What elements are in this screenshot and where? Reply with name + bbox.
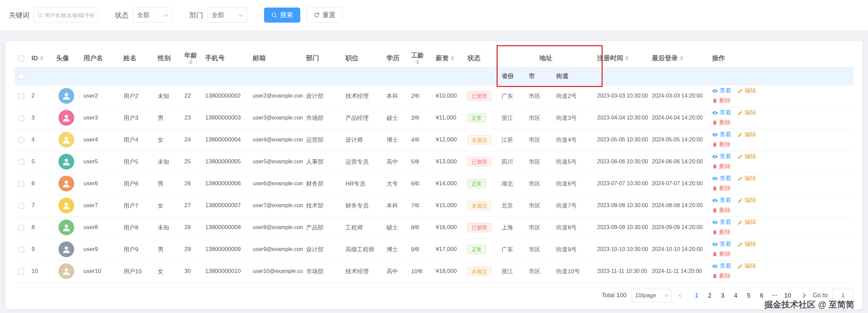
col-last-login[interactable]: 最后登录 <box>648 49 709 67</box>
cell-age: 26 <box>181 173 202 195</box>
row-checkbox[interactable] <box>18 115 24 121</box>
prev-page-button[interactable] <box>676 294 685 297</box>
trash-icon <box>712 273 718 279</box>
row-checkbox[interactable] <box>18 225 24 231</box>
delete-button[interactable]: 删除 <box>712 96 731 106</box>
col-gender: 性别 <box>154 49 181 67</box>
row-checkbox[interactable] <box>18 247 24 253</box>
delete-button[interactable]: 删除 <box>712 184 731 193</box>
col-work-years[interactable]: 工龄 <box>408 49 432 67</box>
view-button[interactable]: 查看 <box>712 217 731 227</box>
view-button[interactable]: 查看 <box>712 261 731 271</box>
edit-button[interactable]: 编辑 <box>737 152 756 162</box>
edit-button[interactable]: 编辑 <box>737 239 756 249</box>
page-size-select[interactable]: 10/page <box>631 289 672 302</box>
delete-button[interactable]: 删除 <box>712 205 731 215</box>
delete-button[interactable]: 删除 <box>712 140 731 150</box>
edit-button[interactable]: 编辑 <box>737 196 756 205</box>
cell-username: user2 <box>80 85 120 107</box>
edit-button[interactable]: 编辑 <box>737 217 756 227</box>
sort-carets-icon[interactable] <box>680 56 683 61</box>
pager-page-3[interactable]: 3 <box>716 289 729 302</box>
cell-position: 技术经理 <box>342 85 383 107</box>
reset-button[interactable]: 重置 <box>306 8 343 23</box>
sort-carets-icon[interactable] <box>189 60 193 64</box>
cell-email: user6@example.com <box>249 173 303 195</box>
search-input[interactable] <box>45 12 94 18</box>
department-select[interactable]: 全部 <box>207 8 247 23</box>
row-checkbox[interactable] <box>18 203 24 209</box>
delete-button[interactable]: 删除 <box>712 118 731 128</box>
next-page-button[interactable] <box>799 294 808 297</box>
cell-street: 街道7号 <box>553 195 594 216</box>
delete-button[interactable]: 删除 <box>712 227 731 237</box>
sort-carets-icon[interactable] <box>40 56 43 61</box>
col-salary[interactable]: 薪资 <box>432 49 464 67</box>
person-icon <box>61 113 71 123</box>
edit-button[interactable]: 编辑 <box>737 108 756 118</box>
cell-education: 大专 <box>383 173 408 195</box>
person-icon <box>61 222 71 233</box>
eye-icon <box>712 198 718 203</box>
cell-email: user7@example.com <box>249 195 303 216</box>
pager-page-2[interactable]: 2 <box>703 289 716 302</box>
cell-username: user6 <box>80 173 120 195</box>
goto-label: Go to <box>813 292 828 299</box>
eye-icon <box>712 176 718 181</box>
cell-work-years: 8年 <box>408 216 432 238</box>
status-badge: 未激活 <box>468 267 491 276</box>
row-checkbox[interactable] <box>18 181 24 187</box>
pager-page-1[interactable]: 1 <box>690 289 703 302</box>
delete-button[interactable]: 删除 <box>712 162 731 172</box>
avatar <box>58 241 74 257</box>
col-register-time[interactable]: 注册时间 <box>594 49 648 67</box>
view-button[interactable]: 查看 <box>712 196 731 205</box>
col-age[interactable]: 年龄 <box>181 49 202 67</box>
sort-carets-icon[interactable] <box>451 56 454 61</box>
cell-gender: 女 <box>154 129 181 151</box>
edit-button-label: 编辑 <box>745 152 756 162</box>
cell-age: 27 <box>181 195 202 216</box>
delete-button[interactable]: 删除 <box>712 271 731 281</box>
cell-salary: ¥15,000 <box>432 195 464 216</box>
edit-button[interactable]: 编辑 <box>737 130 756 140</box>
cell-department: 设计部 <box>303 238 342 260</box>
edit-button[interactable]: 编辑 <box>737 261 756 271</box>
view-button[interactable]: 查看 <box>712 130 731 140</box>
col-avatar: 头像 <box>53 49 80 67</box>
department-label: 部门 <box>189 11 203 20</box>
subheader-checkbox[interactable] <box>18 73 24 79</box>
edit-button[interactable]: 编辑 <box>737 174 756 184</box>
status-select[interactable]: 全部 <box>133 8 172 23</box>
cell-register-time: 2023-10-10 10:30:00 <box>594 238 648 260</box>
cell-age: 29 <box>181 238 202 260</box>
cell-register-time: 2023-04-04 10:30:00 <box>594 107 648 129</box>
table-row: 10 user10 用户10 女 30 13800000010 user10@e… <box>14 260 854 282</box>
edit-button-label: 编辑 <box>745 217 756 227</box>
cell-name: 用户5 <box>120 151 154 173</box>
view-button[interactable]: 查看 <box>712 108 731 118</box>
search-button[interactable]: 搜索 <box>264 8 300 23</box>
edit-button-label: 编辑 <box>745 239 756 249</box>
cell-age: 22 <box>181 85 202 107</box>
sort-carets-icon[interactable] <box>625 56 629 61</box>
view-button[interactable]: 查看 <box>712 174 731 184</box>
pager-page-4[interactable]: 4 <box>729 289 742 302</box>
select-all-checkbox[interactable] <box>18 55 24 62</box>
delete-button[interactable]: 删除 <box>712 249 731 259</box>
row-checkbox[interactable] <box>18 268 24 275</box>
status-badge: 已禁用 <box>468 223 491 232</box>
col-department: 部门 <box>303 49 342 67</box>
view-button[interactable]: 查看 <box>712 152 731 162</box>
avatar <box>58 154 74 170</box>
row-checkbox[interactable] <box>18 137 24 143</box>
view-button[interactable]: 查看 <box>712 86 731 96</box>
sort-carets-icon[interactable] <box>416 60 419 64</box>
col-education: 学历 <box>383 49 408 67</box>
edit-button[interactable]: 编辑 <box>737 86 756 96</box>
pager-page-5[interactable]: 5 <box>742 289 755 302</box>
view-button[interactable]: 查看 <box>712 239 731 249</box>
row-checkbox[interactable] <box>18 93 24 99</box>
col-id[interactable]: ID <box>28 49 53 67</box>
row-checkbox[interactable] <box>18 159 24 165</box>
